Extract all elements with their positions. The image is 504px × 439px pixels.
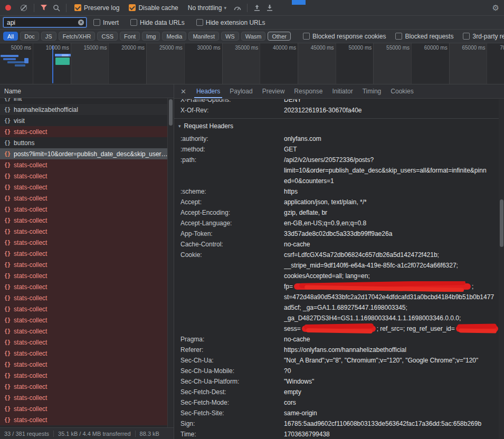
filter-pill-manifest[interactable]: Manifest [188, 32, 219, 41]
tab-preview[interactable]: Preview [258, 84, 290, 98]
request-row[interactable]: {}stats-collect [0, 237, 167, 248]
checkbox-blocked-response-cookies[interactable]: Blocked response cookies [303, 33, 386, 40]
filter-pill-js[interactable]: JS [41, 32, 56, 41]
filter-input-value: api [7, 19, 15, 26]
request-row[interactable]: {}stats-collect [0, 226, 167, 237]
scrollbar-thumb[interactable] [500, 199, 503, 247]
value-line: __stripe_mid=9df140f6-e64a-419e-85fc-a1c… [284, 260, 499, 271]
search-icon[interactable] [50, 2, 63, 14]
column-header-name[interactable]: Name [0, 84, 174, 98]
request-row[interactable]: {}stats-collect [0, 215, 167, 226]
request-row[interactable]: {}stats-collect [0, 193, 167, 204]
request-row[interactable]: {}stats-collect [0, 414, 167, 425]
timeline-tick-label: 5000 ms [0, 45, 31, 51]
request-name: stats-collect [14, 250, 47, 257]
timeline-tick-label: 25000 ms [145, 45, 183, 51]
resources-size: 88.3 kB [135, 431, 164, 437]
filter-pill-doc[interactable]: Doc [20, 32, 39, 41]
tab-headers[interactable]: Headers [192, 84, 225, 98]
checkbox-checked-icon [74, 4, 81, 11]
request-row[interactable]: {}stats-collect [0, 381, 167, 392]
checkbox-3rd-party-requests[interactable]: 3rd-party requests [463, 33, 504, 40]
request-row[interactable]: {}stats-collect [0, 248, 167, 259]
export-har-icon[interactable] [251, 2, 263, 14]
filter-pill-wasm[interactable]: Wasm [241, 32, 266, 41]
record-button[interactable] [5, 5, 11, 11]
clear-network-log-icon[interactable] [21, 5, 27, 11]
timeline-tick-label: 30000 ms [183, 45, 221, 51]
fetch-xhr-icon: {} [4, 228, 11, 234]
header-row: Sec-Fetch-Dest:empty [174, 387, 499, 397]
fetch-xhr-icon: {} [4, 361, 11, 367]
throttling-dropdown[interactable]: No throttling ▾ [188, 4, 226, 12]
value-text: st=472d48a90d5433bfc2a2d17042e4dfdcafd31… [284, 293, 494, 301]
request-row[interactable]: {}stats-collect [0, 326, 167, 337]
tab-timing[interactable]: Timing [358, 84, 386, 98]
request-row[interactable]: {}stats-collect [0, 392, 167, 403]
request-row[interactable]: {}stats-collect [0, 259, 167, 270]
preserve-log-checkbox[interactable]: Preserve log [74, 4, 119, 12]
request-row[interactable]: {}visit [0, 115, 167, 126]
header-row: Sec-Ch-Ua:"Not_A Brand";v="8", "Chromium… [174, 355, 499, 366]
request-row[interactable]: {}stats-collect [0, 126, 167, 137]
overview-timeline[interactable]: 5000 ms10000 ms15000 ms20000 ms25000 ms3… [0, 43, 504, 84]
request-row[interactable]: {}stats-collect [0, 281, 167, 292]
hide-extension-urls-checkbox[interactable]: Hide extension URLs [196, 19, 265, 26]
checkbox-blocked-requests[interactable]: Blocked requests [395, 33, 453, 40]
fetch-xhr-icon: {} [4, 406, 11, 412]
close-details-icon[interactable]: ✕ [174, 88, 192, 96]
tab-payload[interactable]: Payload [225, 84, 257, 98]
tab-cookies[interactable]: Cookies [386, 84, 418, 98]
settings-gear-icon[interactable]: ⚙ [492, 3, 499, 13]
request-row[interactable]: {}stats-collect [0, 159, 167, 170]
details-tab-bar: ✕HeadersPayloadPreviewResponseInitiatorT… [174, 84, 504, 99]
filter-pill-media[interactable]: Media [162, 32, 186, 41]
request-headers-section[interactable]: ▾Request Headers [174, 119, 499, 133]
invert-checkbox[interactable]: Invert [93, 19, 119, 26]
overview-bar [52, 45, 53, 83]
request-name: stats-collect [14, 372, 47, 379]
request-row[interactable]: {}stats-collect [0, 348, 167, 359]
checkbox-unchecked-icon [395, 33, 402, 40]
header-value: DENY [284, 99, 499, 105]
request-row[interactable]: {}stats-collect [0, 204, 167, 215]
filter-input[interactable]: api ✕ [3, 17, 87, 27]
request-row[interactable]: {}buttons [0, 137, 167, 148]
import-har-icon[interactable] [263, 2, 276, 14]
filter-pill-all[interactable]: All [3, 32, 18, 41]
clear-filter-icon[interactable]: ✕ [78, 20, 84, 25]
request-row[interactable]: {}stats-collect [0, 270, 167, 281]
request-row[interactable]: {}stats-collect [0, 337, 167, 348]
disable-cache-checkbox[interactable]: Disable cache [129, 4, 178, 12]
tab-initiator[interactable]: Initiator [327, 84, 357, 98]
request-row[interactable]: {}hannahelizabethofficial [0, 104, 167, 115]
filter-pill-ws[interactable]: WS [221, 32, 239, 41]
request-row[interactable]: {}stats-collect [0, 292, 167, 303]
details-scrollbar[interactable] [499, 99, 504, 439]
filter-pill-other[interactable]: Other [268, 32, 291, 41]
filter-icon[interactable] [37, 2, 50, 14]
request-row[interactable]: {}posts?limit=10&order=publish_date_desc… [0, 148, 167, 159]
value-line: cookiesAccepted=all; lang=en; [284, 271, 499, 281]
hide-data-urls-checkbox[interactable]: Hide data URLs [130, 19, 185, 26]
request-row[interactable]: {}stats-collect [0, 359, 167, 370]
request-row[interactable]: {}stats-collect [0, 170, 167, 182]
header-value: https://onlyfans.com/hannahelizabethoffi… [284, 345, 499, 355]
filter-pill-font[interactable]: Font [120, 32, 140, 41]
filter-pill-img[interactable]: Img [142, 32, 160, 41]
request-row[interactable]: {}stats-collect [0, 370, 167, 381]
scrollbar-thumb[interactable] [169, 99, 173, 126]
request-row[interactable]: {}stats-collect [0, 403, 167, 414]
filter-pill-css[interactable]: CSS [97, 32, 118, 41]
filter-pill-fetch-xhr[interactable]: Fetch/XHR [59, 32, 96, 41]
request-row[interactable]: {}stats-collect [0, 303, 167, 314]
request-row[interactable]: {}init [0, 98, 167, 104]
request-row[interactable]: {}stats-collect [0, 314, 167, 326]
request-name: stats-collect [14, 328, 47, 335]
requests-scrollbar[interactable] [167, 98, 174, 427]
network-conditions-icon[interactable] [231, 2, 244, 14]
request-row[interactable]: {}stats-collect [0, 182, 167, 193]
fetch-xhr-icon: {} [4, 350, 11, 356]
tab-response[interactable]: Response [289, 84, 327, 98]
checkbox-label: Blocked requests [405, 33, 453, 40]
